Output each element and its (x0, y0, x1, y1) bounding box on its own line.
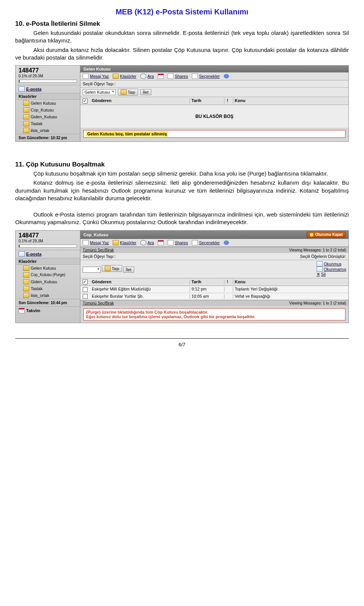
col-subject[interactable]: Konu (233, 98, 346, 104)
quota-number: 148477 (16, 231, 80, 239)
folder-cop[interactable]: Cop_Kutusu (16, 107, 80, 113)
screenshot-trash: 148477 0.1% of 29.3M E-posta Klasörler G… (15, 230, 349, 323)
folder-icon (23, 114, 29, 119)
message-row[interactable]: Eskişehir Milli Eğitim Müdürlüğü 9:12 pm… (80, 286, 348, 293)
row-check[interactable] (83, 294, 88, 299)
check-all[interactable] (83, 99, 88, 104)
folder-icon (121, 89, 127, 95)
folder-ilsis[interactable]: ilsis_ortak (16, 127, 80, 134)
btn-cal[interactable] (158, 240, 164, 245)
section-11-p2: Kotanız dolmuş ise e-posta iletilerinizi… (15, 179, 349, 202)
col-date[interactable]: Tarih (190, 98, 222, 104)
sidebar-eposta[interactable]: E-posta (16, 85, 80, 93)
sidebar-takvim[interactable]: Takvim (16, 306, 80, 314)
mark-unread[interactable]: Okunmamış (317, 267, 346, 272)
folder-gelen[interactable]: Gelen Kutusu (16, 100, 80, 107)
help-icon (224, 74, 229, 78)
btn-shares[interactable]: Shares (168, 74, 188, 79)
folder-icon (23, 121, 29, 126)
sidebar-eposta[interactable]: E-posta (16, 250, 80, 258)
search-icon (140, 74, 146, 79)
list-header: Gönderen Tarih ! Konu (80, 97, 348, 105)
btn-ilet[interactable]: İlet (140, 89, 151, 95)
folder-taslak[interactable]: Taslak (16, 285, 80, 292)
quota-percent: 0.1% of 29.3M (16, 239, 80, 245)
section-10-heading: 10. e-Posta İletilerini Silmek (15, 20, 349, 28)
folder-icon (23, 107, 29, 113)
btn-klasorler[interactable]: Klasörler (113, 240, 136, 245)
folder-select[interactable]: Gelen Kutusu (83, 89, 116, 95)
list-header: Gönderen Tarih ! Konu (80, 278, 348, 286)
envelope-open-icon (317, 261, 323, 267)
last-update: Son Güncelleme: 10:32 pm (16, 134, 80, 141)
col-subject[interactable]: Konu (233, 279, 346, 285)
folder-icon (23, 293, 29, 298)
callout-line1: (Purge) üzerine tıklatıldığında tüm Çöp … (86, 310, 343, 314)
quota-bar (19, 80, 77, 83)
folder-gelen[interactable]: Gelen Kutusu (16, 265, 80, 272)
move-label: Seçili Öğeyi Taşı:: (83, 254, 116, 259)
folders-heading: Klasörler (16, 93, 80, 100)
page-icon (192, 240, 198, 245)
page-icon (168, 240, 174, 245)
folder-select[interactable] (83, 267, 101, 273)
folder-ilsis[interactable]: ilsis_ortak (16, 292, 80, 299)
callout-purge: (Purge) üzerine tıklatıldığında tüm Çöp … (83, 308, 345, 320)
folder-taslak[interactable]: Taslak (16, 120, 80, 127)
row-check[interactable] (83, 287, 88, 292)
envelope-icon (317, 267, 323, 272)
select-all-link[interactable]: Tümünü Sec/Birak (83, 301, 114, 305)
col-from[interactable]: Gönderen (92, 98, 187, 104)
btn-klasorler[interactable]: Klasörler (113, 74, 136, 79)
empty-folder-msg: BU KLASÖR BOŞ (80, 105, 348, 128)
folder-cop[interactable]: Cop_Kutusu (Purge) (16, 272, 80, 278)
section-11-p1: Çöp kutusunu boşaltmak için tüm postalar… (15, 170, 349, 177)
btn-cal[interactable] (158, 74, 164, 79)
check-all[interactable] (83, 279, 88, 284)
envelope-icon (19, 86, 25, 92)
folders-heading: Klasörler (16, 258, 80, 265)
message-row[interactable]: Eskişehir Burslar Yurtlar Şb. 10:05 am V… (80, 293, 348, 300)
logout-button[interactable]: Oturumu Kapat (307, 232, 345, 238)
col-priority[interactable]: ! (224, 98, 231, 104)
btn-ilet[interactable]: İlet (123, 267, 134, 273)
btn-tasi[interactable]: Taşı (118, 89, 138, 96)
btn-secenekler[interactable]: Seçenekler (192, 74, 220, 79)
folder-giden[interactable]: Giden_Kutusu (16, 278, 80, 285)
btn-shares[interactable]: Shares (168, 240, 188, 245)
eposta-label: E-posta (26, 252, 41, 256)
document-title: MEB (K12) e-Posta Sistemi Kullanımı (15, 8, 349, 16)
toolbar: Mesaj Yaz Klasörler Ara Shares Seçenekle… (80, 239, 348, 247)
page-icon (83, 74, 89, 79)
btn-mesaj-yaz[interactable]: Mesaj Yaz (83, 74, 109, 79)
move-bar2: Gelen Kutusu Taşı İlet (80, 88, 348, 97)
btn-help[interactable] (224, 74, 229, 78)
takvim-label: Takvim (26, 308, 40, 313)
quota-bar (19, 245, 77, 248)
page-icon (83, 240, 89, 245)
section-10-p2: Aksi durumda kotanız hızla dolacaktır. S… (15, 46, 349, 62)
btn-secenekler[interactable]: Seçenekler (192, 240, 220, 245)
delete[interactable]: ✕Sil (317, 272, 346, 277)
page-icon (192, 74, 198, 79)
btn-mesaj-yaz[interactable]: Mesaj Yaz (83, 240, 109, 245)
envelope-icon (19, 251, 25, 257)
btn-tasi[interactable]: Taşı (102, 265, 122, 272)
viewing-label: Viewing Messages: 1 to 2 (2 total) (289, 248, 346, 252)
page-footer-rule (15, 338, 349, 339)
select-all-link[interactable]: Tümünü Sec/Birak (83, 248, 114, 252)
mark-read[interactable]: Okunmuş (317, 261, 346, 267)
folder-giden[interactable]: Giden_Kutusu (16, 113, 80, 120)
section-11-p3: Outlook e-Posta istemci program tarafınd… (15, 211, 349, 226)
move-bar: Seçili Öğeyi Taşı:: (80, 80, 348, 88)
btn-help[interactable] (224, 240, 229, 245)
calendar-icon (158, 240, 164, 245)
col-priority[interactable]: ! (224, 279, 231, 285)
btn-ara[interactable]: Ara (140, 240, 154, 245)
col-date[interactable]: Tarih (190, 279, 222, 285)
folder-icon (23, 100, 29, 106)
btn-ara[interactable]: Ara (140, 74, 154, 79)
folder-icon (23, 286, 29, 291)
folder-icon (23, 279, 29, 284)
col-from[interactable]: Gönderen (92, 279, 187, 285)
